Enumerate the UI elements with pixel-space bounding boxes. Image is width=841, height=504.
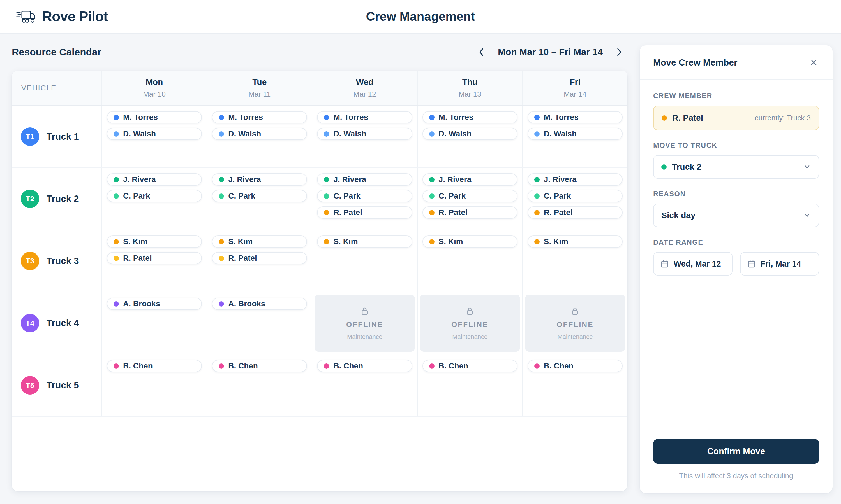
offline-sublabel: Maintenance bbox=[347, 333, 382, 341]
crew-chip[interactable]: S. Kim bbox=[212, 235, 307, 248]
panel-header: Move Crew Member bbox=[640, 46, 833, 79]
crew-chip[interactable]: A. Brooks bbox=[107, 298, 202, 310]
crew-chip[interactable]: S. Kim bbox=[317, 235, 412, 248]
crew-chip[interactable]: J. Rivera bbox=[423, 173, 517, 186]
crew-dot bbox=[219, 131, 224, 137]
calendar-cell: S. Kim bbox=[312, 230, 417, 292]
crew-chip[interactable]: A. Brooks bbox=[212, 298, 307, 310]
calendar-icon bbox=[660, 259, 669, 268]
day-name-label: Thu bbox=[462, 77, 478, 87]
offline-sublabel: Maintenance bbox=[452, 333, 487, 341]
crew-chip[interactable]: J. Rivera bbox=[317, 173, 412, 186]
move-to-truck-select[interactable]: Truck 2 bbox=[653, 155, 819, 179]
day-column-header: WedMar 12 bbox=[312, 71, 417, 105]
crew-chip[interactable]: S. Kim bbox=[107, 235, 202, 248]
crew-current-truck: currently: Truck 3 bbox=[755, 114, 811, 122]
crew-chip[interactable]: R. Patel bbox=[528, 206, 623, 219]
crew-dot bbox=[429, 115, 434, 120]
crew-chip[interactable]: D. Walsh bbox=[107, 128, 202, 140]
offline-block: OFFLINEMaintenance bbox=[420, 294, 520, 352]
crew-chip[interactable]: B. Chen bbox=[107, 360, 202, 372]
crew-chip[interactable]: J. Rivera bbox=[212, 173, 307, 186]
crew-dot bbox=[324, 210, 329, 215]
crew-chip[interactable]: M. Torres bbox=[317, 111, 412, 124]
crew-chip-label: D. Walsh bbox=[228, 129, 261, 138]
crew-chip-label: J. Rivera bbox=[228, 175, 261, 184]
crew-dot bbox=[534, 363, 539, 369]
crew-chip[interactable]: C. Park bbox=[212, 190, 307, 202]
date-range-row: Wed, Mar 12 Fri, Mar 14 bbox=[653, 252, 819, 275]
calendar-cell: A. Brooks bbox=[207, 292, 312, 354]
chevron-down-icon bbox=[803, 211, 811, 219]
calendar-icon bbox=[748, 259, 756, 268]
crew-chip[interactable]: D. Walsh bbox=[423, 128, 517, 140]
selected-crew-member-card[interactable]: R. Patel currently: Truck 3 bbox=[653, 106, 819, 130]
crew-chip[interactable]: R. Patel bbox=[212, 252, 307, 264]
crew-chip-label: J. Rivera bbox=[333, 175, 366, 184]
crew-chip[interactable]: B. Chen bbox=[212, 360, 307, 372]
day-column-header: MonMar 10 bbox=[102, 71, 207, 105]
crew-chip[interactable]: B. Chen bbox=[528, 360, 623, 372]
end-date-button[interactable]: Fri, Mar 14 bbox=[740, 252, 820, 275]
crew-chip[interactable]: M. Torres bbox=[107, 111, 202, 124]
calendar-cell: M. TorresD. Walsh bbox=[522, 106, 628, 167]
truck-name: Truck 2 bbox=[47, 194, 79, 204]
crew-chip[interactable]: J. Rivera bbox=[107, 173, 202, 186]
confirm-move-button[interactable]: Confirm Move bbox=[653, 439, 819, 464]
crew-chip-label: B. Chen bbox=[544, 361, 573, 371]
calendar-cell: A. Brooks bbox=[102, 292, 207, 354]
crew-chip[interactable]: M. Torres bbox=[212, 111, 307, 124]
start-date-button[interactable]: Wed, Mar 12 bbox=[653, 252, 733, 275]
crew-dot bbox=[429, 239, 434, 245]
crew-chip-label: C. Park bbox=[123, 192, 150, 200]
offline-label: OFFLINE bbox=[451, 320, 488, 329]
crew-dot bbox=[114, 256, 119, 261]
chevron-down-icon bbox=[803, 163, 811, 171]
panel-body: CREW MEMBER R. Patel currently: Truck 3 … bbox=[640, 79, 833, 493]
crew-chip-label: B. Chen bbox=[439, 361, 468, 371]
crew-chip-label: M. Torres bbox=[439, 113, 474, 122]
crew-chip[interactable]: M. Torres bbox=[423, 111, 517, 124]
crew-chip[interactable]: R. Patel bbox=[423, 206, 517, 219]
crew-dot bbox=[324, 177, 329, 182]
calendar-cell: B. Chen bbox=[207, 355, 312, 416]
reason-select[interactable]: Sick day bbox=[653, 203, 819, 227]
crew-chip[interactable]: C. Park bbox=[107, 190, 202, 202]
crew-chip[interactable]: C. Park bbox=[317, 190, 412, 202]
crew-dot bbox=[534, 239, 539, 245]
crew-chip[interactable]: S. Kim bbox=[528, 235, 623, 248]
crew-chip[interactable]: J. Rivera bbox=[528, 173, 623, 186]
crew-chip[interactable]: D. Walsh bbox=[317, 128, 412, 140]
calendar-header-row: VEHICLE MonMar 10TueMar 11WedMar 12ThuMa… bbox=[12, 71, 628, 106]
close-panel-button[interactable] bbox=[808, 57, 819, 68]
crew-chip[interactable]: C. Park bbox=[528, 190, 623, 202]
crew-chip-label: B. Chen bbox=[123, 361, 153, 371]
crew-dot bbox=[114, 239, 119, 245]
panel-spacer bbox=[653, 275, 819, 439]
calendar-cell: B. Chen bbox=[312, 355, 417, 416]
crew-chip[interactable]: B. Chen bbox=[423, 360, 517, 372]
lock-icon bbox=[360, 306, 370, 316]
truck-row: T5Truck 5B. ChenB. ChenB. ChenB. ChenB. … bbox=[12, 355, 628, 417]
crew-dot bbox=[219, 301, 224, 307]
crew-chip[interactable]: S. Kim bbox=[423, 235, 517, 248]
crew-chip[interactable]: D. Walsh bbox=[528, 128, 623, 140]
crew-color-dot bbox=[662, 115, 667, 121]
day-date-label: Mar 11 bbox=[248, 90, 271, 98]
close-icon bbox=[810, 58, 818, 67]
crew-chip[interactable]: R. Patel bbox=[317, 206, 412, 219]
next-week-button[interactable] bbox=[614, 46, 624, 59]
crew-chip-label: S. Kim bbox=[544, 237, 568, 246]
crew-chip-label: M. Torres bbox=[333, 113, 368, 122]
crew-chip[interactable]: C. Park bbox=[423, 190, 517, 202]
crew-chip[interactable]: D. Walsh bbox=[212, 128, 307, 140]
crew-chip[interactable]: B. Chen bbox=[317, 360, 412, 372]
truck-badge: T5 bbox=[21, 376, 39, 395]
crew-chip-label: C. Park bbox=[333, 192, 361, 200]
crew-dot bbox=[324, 131, 329, 137]
crew-chip-label: M. Torres bbox=[228, 113, 263, 122]
crew-chip[interactable]: R. Patel bbox=[107, 252, 202, 264]
crew-chip[interactable]: M. Torres bbox=[528, 111, 623, 124]
crew-dot bbox=[429, 363, 434, 369]
previous-week-button[interactable] bbox=[476, 46, 487, 59]
